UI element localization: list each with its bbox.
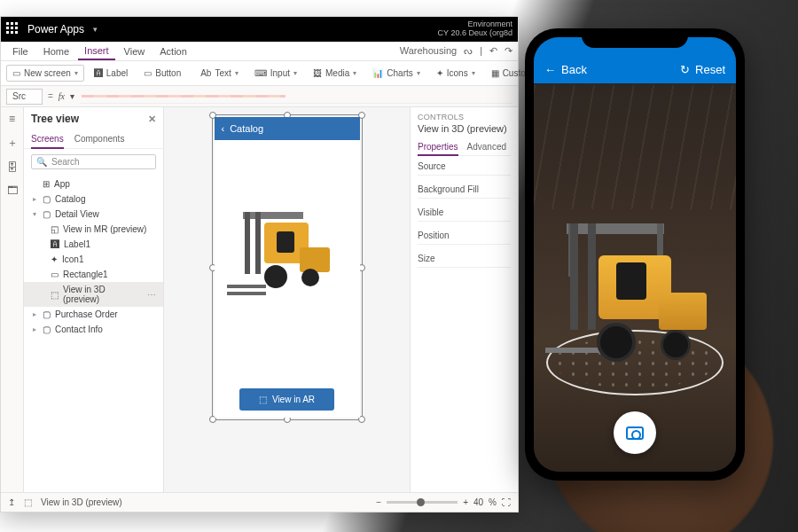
- chevron-up-icon[interactable]: ↥: [8, 497, 15, 507]
- reset-button[interactable]: ↻Reset: [680, 63, 725, 76]
- menu-file[interactable]: File: [6, 43, 35, 59]
- tree-view-pane: Tree view✕ Screens Components 🔍Search ⊞ …: [24, 107, 164, 492]
- menu-bar: File Home Insert View Action Warehousing…: [1, 42, 518, 61]
- formula-input[interactable]: [80, 90, 512, 104]
- tree-view-icon[interactable]: ≡: [9, 113, 15, 125]
- divider: |: [480, 45, 482, 57]
- prop-size[interactable]: Size: [418, 254, 511, 268]
- node-purchase-order[interactable]: ▸▢ Purchase Order: [24, 307, 163, 322]
- app-preview: ‹Catalog ⬚View in AR: [215, 117, 360, 418]
- tab-advanced[interactable]: Advanced: [467, 139, 506, 155]
- selected-element-icon: ⬚: [24, 497, 32, 507]
- prop-position[interactable]: Position: [418, 231, 511, 245]
- menu-action[interactable]: Action: [153, 43, 193, 59]
- data-pane-icon[interactable]: 🗄: [7, 161, 18, 174]
- camera-icon: [626, 426, 644, 440]
- back-icon[interactable]: ‹: [222, 123, 225, 134]
- node-contact-info[interactable]: ▸▢ Contact Info: [24, 322, 163, 337]
- checker-icon[interactable]: ᔓ: [464, 45, 473, 57]
- zoom-thumb[interactable]: [417, 498, 425, 506]
- button-button[interactable]: ▭ Button: [137, 65, 187, 82]
- app-name: Power Apps: [27, 23, 84, 35]
- ar-cube-icon: ⬚: [259, 395, 267, 404]
- left-rail: ≡ ＋ 🗄 🗔: [1, 107, 24, 492]
- chevron-down-icon[interactable]: ▾: [93, 25, 98, 34]
- input-menu[interactable]: ⌨ Input ▾: [248, 65, 303, 82]
- tab-components[interactable]: Components: [74, 130, 125, 148]
- fx-icon: fx: [59, 91, 65, 101]
- view-3d-control[interactable]: [215, 140, 360, 381]
- arrow-left-icon: ←: [544, 63, 556, 76]
- tree-tabs: Screens Components: [24, 130, 163, 149]
- equals: =: [48, 91, 53, 101]
- menu-home[interactable]: Home: [37, 43, 75, 59]
- title-bar: Power Apps ▾ Environment CY 20.6 Deux (o…: [1, 17, 518, 42]
- prop-background-fill[interactable]: Background Fill: [418, 184, 511, 199]
- env-value: CY 20.6 Deux (org8d: [438, 29, 512, 38]
- status-bar: ↥ ⬚ View in 3D (preview) − + 40 % ⛶: [1, 492, 518, 512]
- view-in-ar-button[interactable]: ⬚View in AR: [239, 388, 334, 411]
- props-caption: CONTROLS: [418, 113, 511, 121]
- capture-button[interactable]: [614, 411, 656, 454]
- tab-properties[interactable]: Properties: [418, 139, 458, 156]
- tab-screens[interactable]: Screens: [31, 130, 64, 149]
- canvas[interactable]: ‹Catalog ⬚View in AR: [164, 107, 410, 492]
- more-icon[interactable]: ⋯: [147, 290, 156, 300]
- menu-view[interactable]: View: [118, 43, 152, 59]
- app-launcher-icon[interactable]: [6, 22, 20, 36]
- properties-pane: CONTROLS View in 3D (preview) Properties…: [410, 107, 518, 492]
- node-app[interactable]: ⊞ App: [24, 176, 163, 192]
- zoom-in-button[interactable]: +: [463, 497, 468, 507]
- search-placeholder: Search: [51, 157, 80, 167]
- insert-pane-icon[interactable]: ＋: [7, 136, 18, 151]
- app-title: Warehousing: [400, 45, 457, 57]
- charts-menu[interactable]: 📊 Charts ▾: [366, 65, 426, 82]
- close-icon[interactable]: ✕: [148, 113, 156, 125]
- text-menu[interactable]: Ab Text ▾: [194, 65, 245, 82]
- label-button[interactable]: 🅰 Label: [88, 65, 134, 82]
- back-button[interactable]: ←Back: [544, 63, 587, 76]
- node-view-3d[interactable]: ⬚ View in 3D (preview)⋯: [24, 282, 163, 307]
- fit-to-window-icon[interactable]: ⛶: [502, 497, 511, 507]
- zoom-out-button[interactable]: −: [376, 497, 381, 507]
- icons-menu[interactable]: ✦ Icons ▾: [430, 65, 481, 82]
- stage: Power Apps ▾ Environment CY 20.6 Deux (o…: [0, 0, 798, 532]
- reset-icon: ↻: [680, 63, 690, 76]
- forklift-model: [234, 212, 340, 309]
- prop-visible[interactable]: Visible: [418, 207, 511, 222]
- powerapps-editor: Power Apps ▾ Environment CY 20.6 Deux (o…: [0, 16, 519, 512]
- selection-box[interactable]: ‹Catalog ⬚View in AR: [212, 114, 363, 420]
- node-icon1[interactable]: ✦ Icon1: [24, 252, 163, 267]
- editor-body: ≡ ＋ 🗄 🗔 Tree view✕ Screens Components 🔍S…: [1, 107, 518, 492]
- node-rectangle1[interactable]: ▭ Rectangle1: [24, 267, 163, 282]
- insert-toolbar: ▭ New screen ▾ 🅰 Label ▭ Button Ab Text …: [1, 61, 518, 86]
- environment-label[interactable]: Environment CY 20.6 Deux (org8d: [438, 20, 512, 38]
- redo-icon[interactable]: ↷: [505, 45, 512, 57]
- tree-list: ⊞ App ▸▢ Catalog ▾▢ Detail View ◱ View i…: [24, 175, 163, 492]
- node-detail[interactable]: ▾▢ Detail View: [24, 207, 163, 222]
- node-catalog[interactable]: ▸▢ Catalog: [24, 192, 163, 207]
- node-view-mr[interactable]: ◱ View in MR (preview): [24, 222, 163, 237]
- forklift-ar-model[interactable]: [551, 223, 719, 383]
- prop-source[interactable]: Source: [418, 161, 511, 176]
- menu-insert[interactable]: Insert: [78, 43, 115, 60]
- zoom-value: 40: [473, 497, 483, 507]
- app-header-title: Catalog: [230, 123, 263, 134]
- new-screen-button[interactable]: ▭ New screen ▾: [6, 65, 84, 82]
- media-menu[interactable]: 🖼 Media ▾: [307, 65, 363, 82]
- warehouse-bg: [534, 85, 736, 209]
- zoom-slider[interactable]: [387, 501, 458, 504]
- zoom-percent: %: [489, 497, 497, 507]
- phone-screen: ←Back ↻Reset: [534, 37, 736, 472]
- node-label1[interactable]: 🅰 Label1: [24, 237, 163, 252]
- search-input[interactable]: 🔍Search: [31, 154, 156, 169]
- property-selector[interactable]: Src: [6, 89, 43, 105]
- formula-bar: Src = fx▾: [1, 86, 518, 107]
- props-control-name: View in 3D (preview): [418, 123, 511, 134]
- app-header: ‹Catalog: [215, 117, 360, 140]
- undo-icon[interactable]: ↶: [489, 45, 497, 57]
- media-pane-icon[interactable]: 🗔: [7, 184, 18, 197]
- selected-element-name[interactable]: View in 3D (preview): [41, 497, 122, 507]
- phone-mockup: ←Back ↻Reset: [525, 28, 745, 481]
- tree-title: Tree view: [31, 113, 79, 125]
